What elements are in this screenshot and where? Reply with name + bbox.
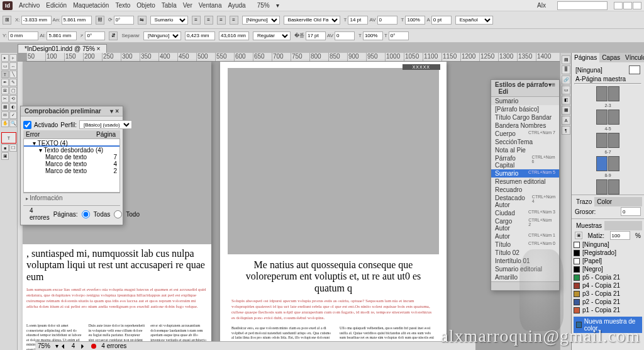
preflight-profile-select[interactable]: [Básico] (usado) [79, 120, 132, 129]
swatch-item[interactable]: [Ninguna] [574, 240, 642, 249]
pencil-tool[interactable]: ✎ [9, 79, 17, 86]
paragraph-styles-panel[interactable]: Estilos de párrafo Edi ▾≡ Sumario [Párra… [491, 79, 560, 291]
close-tab-icon[interactable]: × [96, 45, 100, 52]
h-input[interactable] [47, 31, 77, 40]
x-input[interactable] [21, 16, 52, 25]
apply-none-icon[interactable]: ☐ [9, 144, 17, 152]
char-style-select[interactable]: Sumario [150, 16, 188, 25]
spread-thumb[interactable] [574, 156, 641, 171]
align-right-icon[interactable]: ≡ [217, 16, 226, 25]
page-right[interactable]: XXXXX Me natius aut quossequia conseque … [220, 62, 447, 350]
master-none-thumb[interactable] [629, 65, 640, 74]
zoom-tool[interactable]: 🔍 [9, 120, 17, 127]
new-swatch-button[interactable]: Nueva muestra de color [574, 317, 642, 333]
menu-archivo[interactable]: Archivo [19, 2, 40, 9]
tab-capas[interactable]: Capas [599, 53, 623, 62]
align-center-icon[interactable]: ≡ [204, 16, 213, 25]
font-select[interactable]: Baskerville Old Face [284, 16, 340, 25]
baseline-input[interactable] [431, 16, 452, 25]
menu-texto[interactable]: Texto [115, 2, 130, 9]
gradient-tool[interactable]: ▦ [1, 103, 9, 111]
para-style-select[interactable]: [Ninguno] [242, 16, 280, 25]
font-weight-select[interactable]: Regular [253, 31, 291, 40]
zoom-dropdown-icon[interactable]: ▾ [276, 2, 279, 9]
intro-left[interactable]: Iam sumquam excae lias omnil et everfero… [26, 287, 208, 310]
tint-input[interactable] [610, 231, 630, 240]
swatch-item[interactable]: p2 - Copia 21 [574, 298, 642, 306]
page-tool[interactable]: ▭ [1, 62, 9, 70]
fill-icon[interactable]: ▣ [575, 232, 582, 239]
gap2-input[interactable] [219, 31, 249, 40]
pstyles-list[interactable]: [Párrafo básico]Título Cargo BandarBande… [491, 105, 559, 281]
mini-para-icon[interactable]: ¶ [562, 126, 570, 135]
menu-ver[interactable]: Ver [183, 2, 192, 9]
pstyle-item[interactable]: SumarioCTRL+Núm 5 [491, 169, 559, 178]
master-none[interactable]: [Ninguna] [575, 67, 602, 74]
rect-tool[interactable]: ▢ [9, 87, 17, 94]
status-zoom[interactable]: 75% [38, 342, 50, 349]
pstyle-item[interactable]: Nota al Pie [491, 146, 559, 154]
type-tool[interactable]: T [1, 71, 9, 78]
swatch-item[interactable]: p1 - Copia 21 [574, 306, 642, 314]
swatch-item[interactable]: [Registrado] [574, 249, 642, 257]
tracking-input[interactable] [335, 31, 355, 40]
pstyles-edit-tab[interactable]: Edi [499, 88, 509, 95]
pstyle-item[interactable]: Resumen editorial [491, 178, 559, 186]
swatch-item[interactable]: p5 - Copia 21 [574, 273, 642, 281]
apply-color-icon[interactable]: ■ [1, 144, 9, 152]
scale-x-input[interactable] [405, 16, 425, 25]
swatch-item[interactable]: [Negro] [574, 265, 642, 273]
pstyle-item[interactable]: Título Cargo Bandar [491, 113, 559, 121]
maximize-button[interactable] [623, 2, 632, 9]
preflight-all-radio[interactable] [82, 210, 90, 218]
preflight-panel[interactable]: Comprobación preliminar▾ × Activado Perf… [20, 106, 123, 225]
preflight-tree[interactable]: ▾ TEXTO (4)▾ Texto desbordado (4)Marco d… [23, 138, 120, 193]
mini-swatches-icon[interactable]: ▦ [562, 106, 570, 115]
w-input[interactable] [62, 16, 92, 25]
scissors-tool[interactable]: ✂ [1, 95, 9, 103]
rect-frame-tool[interactable]: ⊠ [1, 87, 9, 94]
gradient-feather-tool[interactable]: ◐ [9, 103, 17, 111]
hand-tool[interactable]: ✋ [1, 120, 9, 127]
col-error[interactable]: Error [23, 130, 94, 138]
mini-pages-icon[interactable]: ▤ [562, 55, 570, 64]
note-tool[interactable]: ✉ [1, 111, 9, 119]
selection-tool[interactable]: ▸ [1, 54, 9, 62]
skew-input[interactable] [389, 31, 409, 40]
menu-edicion[interactable]: Edición [46, 2, 67, 9]
preflight-on-checkbox[interactable] [23, 121, 31, 129]
font-size-input[interactable] [348, 16, 368, 25]
align-justify-icon[interactable]: ≡ [230, 16, 238, 25]
preflight-info-label[interactable]: Información [30, 195, 62, 201]
user-label[interactable]: Alx [537, 2, 546, 9]
tab-paginas[interactable]: Páginas [572, 53, 599, 62]
pen-tool[interactable]: ✒ [1, 79, 9, 86]
pstyle-item[interactable]: CuerpoCTRL+Núm 7 [491, 130, 559, 138]
pstyle-item[interactable]: Amarillo [491, 273, 559, 281]
zoom-level[interactable]: 75% [257, 2, 270, 9]
pstyle-item[interactable]: Destacado AutorCTRL+Núm 4 [491, 194, 559, 209]
headline-left[interactable]: , suntiasped mi, numquossit lab cus nulp… [26, 248, 208, 283]
close-button[interactable] [633, 2, 641, 9]
status-page[interactable]: 4 [72, 342, 75, 349]
menu-tabla[interactable]: Tabla [162, 2, 177, 9]
spread-thumb[interactable] [574, 133, 641, 148]
swatch-item[interactable]: p4 - Copia 21 [574, 281, 642, 290]
kerning-input[interactable] [377, 16, 397, 25]
flip-v-icon[interactable]: ⇵ [109, 31, 118, 40]
mini-color-icon[interactable]: ◧ [562, 96, 570, 104]
menu-maquetacion[interactable]: Maquetación [73, 2, 109, 9]
tab-trazo[interactable]: Trazo [574, 197, 594, 206]
ref-point-icon[interactable]: ⊞ [3, 16, 11, 25]
master-a[interactable]: A-Página maestra [575, 76, 626, 82]
mini-char-icon[interactable]: A [562, 116, 570, 125]
pstyle-item[interactable]: SecciónTema [491, 138, 559, 146]
col-page[interactable]: Página [94, 130, 120, 138]
pstyle-item[interactable]: Sumario editorial [491, 265, 559, 273]
flip-h-icon[interactable]: ⇋ [138, 16, 147, 25]
mini-links-icon[interactable]: 🔗 [562, 76, 570, 84]
preflight-menu-icon[interactable]: ▾ × [110, 108, 119, 115]
transform-tool[interactable]: ⟲ [9, 95, 17, 103]
search-help-input[interactable] [557, 1, 608, 10]
view-mode-icon[interactable]: ▣ [1, 152, 9, 160]
